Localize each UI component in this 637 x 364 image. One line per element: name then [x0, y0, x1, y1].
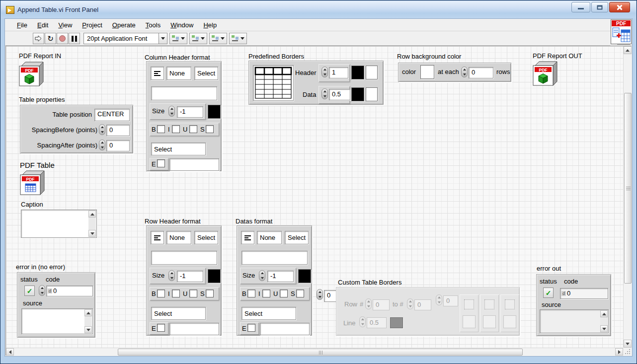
resize-objects-button[interactable] — [209, 33, 227, 44]
underline-checkbox[interactable] — [189, 125, 197, 133]
bold-checkbox[interactable] — [247, 290, 255, 297]
font-selector-value[interactable]: 20pt Application Font — [83, 33, 159, 44]
size-spinner[interactable] — [259, 270, 265, 281]
horizontal-scrollbar[interactable] — [6, 348, 623, 356]
color-select-ring[interactable]: Select — [241, 307, 296, 320]
menu-window[interactable]: Window — [165, 20, 198, 30]
font-selector[interactable]: 20pt Application Font — [83, 33, 167, 44]
text-color-swatch[interactable] — [208, 269, 221, 283]
scroll-down-button[interactable] — [624, 340, 632, 348]
row-color-swatch[interactable] — [420, 65, 434, 79]
error-in-source-control[interactable] — [21, 308, 93, 334]
table-position-value[interactable]: CENTER — [94, 109, 130, 121]
error-out-source-scrollbar[interactable] — [600, 310, 608, 332]
scroll-up-button[interactable] — [88, 211, 96, 218]
strike-checkbox[interactable] — [206, 125, 214, 133]
array-index-spinner[interactable] — [317, 289, 323, 300]
header-bg-color-swatch[interactable] — [366, 66, 378, 79]
size-spinner[interactable] — [168, 270, 175, 281]
pdf-report-in-terminal[interactable]: PDF — [18, 61, 45, 88]
font-name-field[interactable] — [151, 251, 217, 265]
maximize-button[interactable] — [591, 2, 608, 12]
menu-edit[interactable]: Edit — [32, 20, 53, 30]
pdf-report-out-terminal[interactable]: PDF — [532, 61, 558, 88]
header-weight-value[interactable]: 1 — [329, 67, 348, 78]
header-weight-spinner[interactable] — [321, 67, 328, 77]
font-ring[interactable]: Select — [194, 67, 218, 80]
align-objects-button[interactable] — [169, 33, 187, 44]
menu-project[interactable]: Project — [77, 20, 107, 30]
e-checkbox[interactable] — [247, 324, 255, 332]
vertical-scroll-thumb[interactable] — [624, 93, 632, 284]
vi-icon-pane[interactable]: PDF — [611, 19, 632, 44]
horizontal-scroll-thumb[interactable] — [118, 349, 523, 356]
text-align-ring[interactable] — [241, 231, 254, 244]
color-select-ring[interactable]: Select — [151, 307, 206, 320]
e-checkbox[interactable] — [157, 159, 165, 167]
minimize-button[interactable] — [571, 2, 590, 12]
pause-button[interactable] — [69, 33, 80, 44]
error-in-source-scrollbar[interactable] — [84, 309, 92, 333]
data-weight-spinner[interactable] — [321, 88, 328, 99]
e-value-field[interactable] — [169, 158, 219, 171]
spacing-before-value[interactable]: 0 — [106, 125, 130, 136]
style-ring[interactable]: None — [166, 231, 191, 244]
menu-operate[interactable]: Operate — [107, 20, 141, 30]
italic-checkbox[interactable] — [172, 125, 180, 133]
data-line-color-swatch[interactable] — [351, 87, 364, 101]
rows-spinner[interactable] — [461, 67, 468, 77]
spacing-after-spinner[interactable] — [99, 140, 105, 150]
scroll-down-button[interactable] — [84, 326, 92, 333]
bold-checkbox[interactable] — [157, 125, 165, 133]
scroll-down-button[interactable] — [88, 230, 96, 237]
spacing-after-value[interactable]: 0 — [106, 140, 130, 151]
reorder-button[interactable] — [229, 33, 247, 44]
font-ring[interactable]: Select — [285, 231, 309, 244]
e-value-field[interactable] — [169, 323, 219, 335]
size-value[interactable]: -1 — [177, 106, 203, 118]
size-value[interactable]: -1 — [177, 271, 203, 282]
font-name-field[interactable] — [241, 251, 308, 265]
scroll-up-button[interactable] — [600, 310, 608, 317]
strike-checkbox[interactable] — [206, 290, 214, 297]
distribute-objects-button[interactable] — [189, 33, 207, 44]
scroll-up-button[interactable] — [84, 309, 92, 316]
caption-scrollbar[interactable] — [88, 211, 96, 237]
text-color-swatch[interactable] — [208, 105, 221, 119]
bold-checkbox[interactable] — [157, 290, 165, 297]
data-bg-color-swatch[interactable] — [366, 87, 378, 101]
error-in-status-checkbox[interactable]: ✓ — [24, 286, 35, 296]
scroll-down-button[interactable] — [600, 325, 608, 332]
text-color-swatch[interactable] — [298, 269, 311, 283]
style-ring[interactable]: None — [166, 67, 191, 80]
error-in-code-spinner[interactable] — [39, 285, 45, 296]
scroll-right-button[interactable] — [615, 348, 623, 356]
error-in-code-value[interactable]: d0 — [46, 286, 93, 296]
menu-file[interactable]: File — [12, 20, 32, 30]
resize-grip[interactable] — [623, 348, 632, 356]
font-name-field[interactable] — [151, 86, 217, 100]
close-button[interactable] — [609, 2, 630, 12]
abort-button[interactable] — [57, 33, 68, 44]
underline-checkbox[interactable] — [280, 290, 288, 297]
rows-value[interactable]: 0 — [469, 67, 493, 78]
vertical-scrollbar[interactable] — [623, 46, 632, 348]
size-value[interactable]: -1 — [267, 271, 294, 282]
scroll-left-button[interactable] — [6, 348, 14, 356]
menu-view[interactable]: View — [53, 20, 77, 30]
italic-checkbox[interactable] — [172, 290, 180, 297]
strike-checkbox[interactable] — [296, 290, 304, 297]
menu-tools[interactable]: Tools — [141, 20, 165, 30]
pdf-table-terminal[interactable]: PDF — [19, 170, 46, 197]
style-ring[interactable]: None — [257, 231, 282, 244]
font-ring[interactable]: Select — [194, 231, 218, 244]
text-align-ring[interactable] — [151, 231, 164, 244]
header-line-color-swatch[interactable] — [351, 66, 364, 79]
caption-string-control[interactable] — [21, 210, 97, 238]
data-weight-value[interactable]: 0.5 — [329, 89, 350, 100]
menu-help[interactable]: Help — [198, 20, 222, 30]
text-align-ring[interactable] — [151, 67, 164, 80]
e-checkbox[interactable] — [157, 324, 165, 332]
font-selector-dropdown[interactable] — [159, 33, 167, 44]
italic-checkbox[interactable] — [262, 290, 270, 297]
